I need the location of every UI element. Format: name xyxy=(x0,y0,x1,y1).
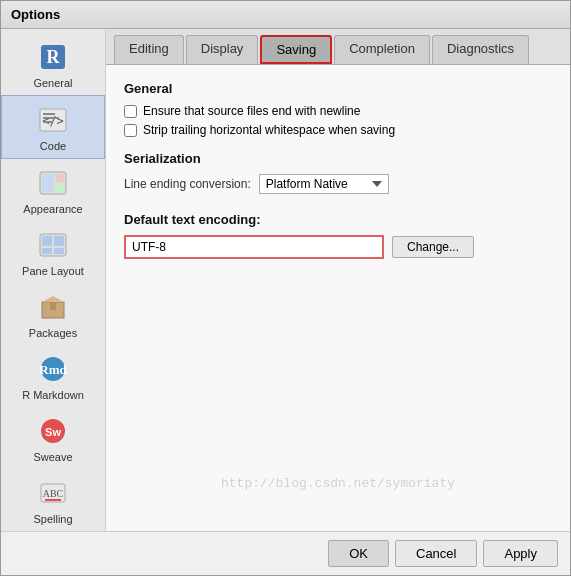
svg-rect-10 xyxy=(56,184,64,192)
tab-completion[interactable]: Completion xyxy=(334,35,430,64)
sweave-icon: Sw xyxy=(35,413,71,449)
apply-button[interactable]: Apply xyxy=(483,540,558,567)
encoding-input[interactable] xyxy=(124,235,384,259)
svg-rect-14 xyxy=(42,248,52,254)
code-icon: </> xyxy=(35,102,71,138)
dialog-footer: OK Cancel Apply xyxy=(1,531,570,575)
change-button[interactable]: Change... xyxy=(392,236,474,258)
sidebar-label-sweave: Sweave xyxy=(33,451,72,463)
sidebar: R General </> Code xyxy=(1,29,106,531)
encoding-label: Default text encoding: xyxy=(124,212,552,227)
svg-rect-15 xyxy=(54,248,64,254)
sidebar-item-sweave[interactable]: Sw Sweave xyxy=(1,407,105,469)
checkbox-newline-label: Ensure that source files end with newlin… xyxy=(143,104,360,118)
svg-rect-8 xyxy=(42,174,54,192)
checkbox-whitespace-label: Strip trailing horizontal whitespace whe… xyxy=(143,123,395,137)
checkbox-newline[interactable] xyxy=(124,105,137,118)
svg-rect-9 xyxy=(56,174,64,182)
encoding-row: Change... xyxy=(124,235,552,259)
tab-editing[interactable]: Editing xyxy=(114,35,184,64)
sidebar-item-packages[interactable]: Packages xyxy=(1,283,105,345)
tabs-bar: Editing Display Saving Completion Diagno… xyxy=(106,29,570,65)
sidebar-label-appearance: Appearance xyxy=(23,203,82,215)
line-ending-label: Line ending conversion: xyxy=(124,177,251,191)
sidebar-label-packages: Packages xyxy=(29,327,77,339)
svg-rect-13 xyxy=(54,236,64,246)
svg-rect-12 xyxy=(42,236,52,246)
general-icon: R xyxy=(35,39,71,75)
tab-display[interactable]: Display xyxy=(186,35,259,64)
sidebar-item-code[interactable]: </> Code xyxy=(1,95,105,159)
checkbox-row-newline: Ensure that source files end with newlin… xyxy=(124,104,552,118)
appearance-icon xyxy=(35,165,71,201)
encoding-section: Default text encoding: Change... xyxy=(124,212,552,259)
sidebar-item-rmarkdown[interactable]: Rmd R Markdown xyxy=(1,345,105,407)
checkbox-row-whitespace: Strip trailing horizontal whitespace whe… xyxy=(124,123,552,137)
svg-rect-6 xyxy=(43,121,53,123)
tab-saving[interactable]: Saving xyxy=(260,35,332,64)
pane-layout-icon xyxy=(35,227,71,263)
sidebar-item-pane-layout[interactable]: Pane Layout xyxy=(1,221,105,283)
svg-text:Rmd: Rmd xyxy=(39,362,67,377)
tab-diagnostics[interactable]: Diagnostics xyxy=(432,35,529,64)
title-bar: Options xyxy=(1,1,570,29)
main-content: Editing Display Saving Completion Diagno… xyxy=(106,29,570,531)
serialization-title: Serialization xyxy=(124,151,552,166)
svg-marker-17 xyxy=(42,296,64,302)
sidebar-label-rmarkdown: R Markdown xyxy=(22,389,84,401)
sidebar-label-code: Code xyxy=(40,140,66,152)
svg-text:ABC: ABC xyxy=(43,488,64,499)
watermark: http://blog.csdn.net/symoriaty xyxy=(221,476,455,491)
options-dialog: Options R General </> xyxy=(0,0,571,576)
packages-icon xyxy=(35,289,71,325)
general-section-title: General xyxy=(124,81,552,96)
sidebar-label-general: General xyxy=(33,77,72,89)
serialization-section: Serialization Line ending conversion: Pl… xyxy=(124,151,552,194)
sidebar-label-spelling: Spelling xyxy=(33,513,72,525)
spelling-icon: ABC xyxy=(35,475,71,511)
ok-button[interactable]: OK xyxy=(328,540,389,567)
cancel-button[interactable]: Cancel xyxy=(395,540,477,567)
dialog-body: R General </> Code xyxy=(1,29,570,531)
content-area: General Ensure that source files end wit… xyxy=(106,65,570,531)
sidebar-item-general[interactable]: R General xyxy=(1,33,105,95)
svg-rect-5 xyxy=(43,117,59,119)
sidebar-item-spelling[interactable]: ABC Spelling xyxy=(1,469,105,531)
svg-text:R: R xyxy=(47,47,61,67)
svg-rect-18 xyxy=(50,302,56,310)
dialog-title: Options xyxy=(11,7,60,22)
checkbox-whitespace[interactable] xyxy=(124,124,137,137)
svg-text:Sw: Sw xyxy=(45,426,61,438)
svg-rect-4 xyxy=(43,113,55,115)
line-ending-select[interactable]: Platform Native xyxy=(259,174,389,194)
sidebar-label-pane-layout: Pane Layout xyxy=(22,265,84,277)
rmarkdown-icon: Rmd xyxy=(35,351,71,387)
sidebar-item-appearance[interactable]: Appearance xyxy=(1,159,105,221)
line-ending-row: Line ending conversion: Platform Native xyxy=(124,174,552,194)
